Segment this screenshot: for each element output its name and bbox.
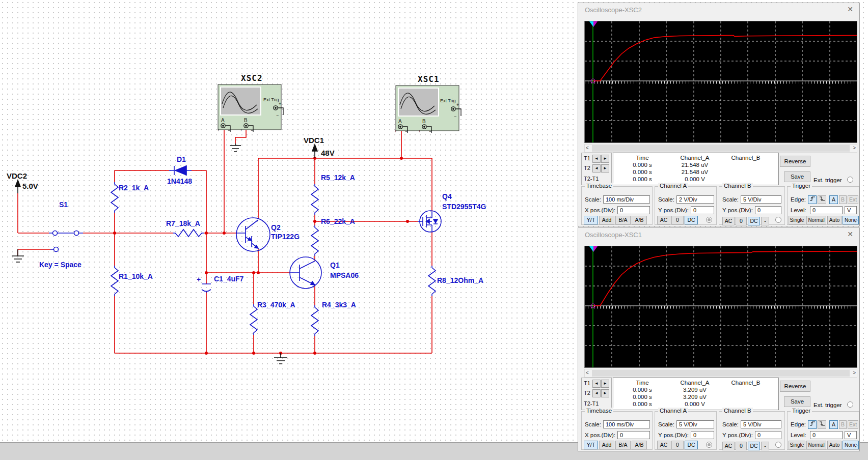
chb-radio[interactable] xyxy=(775,217,781,223)
ab-mode-button[interactable]: A/B xyxy=(632,216,647,224)
scroll-left-icon[interactable]: < xyxy=(586,145,589,151)
chb-0-button[interactable]: 0 xyxy=(736,442,747,450)
ground-xsc2[interactable] xyxy=(230,143,241,152)
rising-edge-button[interactable] xyxy=(808,420,817,429)
trigger-b-button[interactable]: B xyxy=(839,195,847,204)
cursor-t1-handle xyxy=(589,21,593,27)
resize-grip[interactable]: ⋰ xyxy=(853,444,858,450)
ext-trigger-radio[interactable] xyxy=(847,177,853,183)
scroll-left-icon[interactable]: < xyxy=(586,370,589,376)
vdc1-source[interactable] xyxy=(312,145,317,158)
scope-hscrollbar[interactable]: < > xyxy=(584,144,857,153)
instrument-xsc1[interactable]: XSC1 Ext Trig A B + − + − + − xyxy=(394,74,461,134)
trigger-a-button[interactable]: A xyxy=(829,195,838,204)
timebase-scale-input[interactable]: 100 ms/Div xyxy=(603,195,650,204)
wires xyxy=(18,128,432,353)
ba-mode-button[interactable]: B/A xyxy=(615,216,631,224)
chb-minus-button[interactable]: - xyxy=(761,442,769,450)
chb-radio[interactable] xyxy=(775,442,781,448)
trigger-ext-button[interactable]: Ext xyxy=(848,420,858,429)
scroll-thumb[interactable] xyxy=(592,370,850,377)
trigger-ext-button[interactable]: Ext xyxy=(848,195,858,204)
scroll-right-icon[interactable]: > xyxy=(853,145,856,151)
trigger-level-input[interactable]: 0 xyxy=(810,206,843,214)
cha-0-button[interactable]: 0 xyxy=(671,216,684,224)
channel-b-scale-input[interactable]: 5 V/Div xyxy=(741,195,781,204)
timebase-scale-input[interactable]: 100 ms/Div xyxy=(603,420,650,428)
channel-a-scale-input[interactable]: 5 V/Div xyxy=(676,420,714,428)
scope-hscrollbar[interactable]: < > xyxy=(584,369,857,378)
trigger-b-button[interactable]: B xyxy=(839,420,847,429)
chb-minus-button[interactable]: - xyxy=(761,217,769,225)
cha-ac-button[interactable]: AC xyxy=(657,216,670,224)
trigger-unit-select[interactable]: V xyxy=(845,431,857,439)
t1-left-button[interactable]: ◄ xyxy=(592,380,601,388)
cha-dc-button[interactable]: DC xyxy=(685,441,698,449)
normal-button[interactable]: Normal xyxy=(806,441,826,449)
single-button[interactable]: Single xyxy=(789,441,805,449)
single-button[interactable]: Single xyxy=(789,216,805,224)
save-button[interactable]: Save xyxy=(784,396,810,407)
auto-button[interactable]: Auto xyxy=(827,441,842,449)
t1-right-button[interactable]: ► xyxy=(601,380,609,388)
t2-left-button[interactable]: ◄ xyxy=(592,389,601,397)
normal-button[interactable]: Normal xyxy=(806,216,826,224)
reverse-button[interactable]: Reverse xyxy=(780,381,810,392)
ground-main[interactable] xyxy=(274,353,287,364)
ground-left[interactable] xyxy=(12,249,24,262)
t2-right-button[interactable]: ► xyxy=(601,389,609,397)
yt-mode-button[interactable]: Y/T xyxy=(584,216,598,224)
ab-mode-button[interactable]: A/B xyxy=(632,441,647,449)
auto-button[interactable]: Auto xyxy=(827,216,842,224)
titlebar[interactable]: Oscilloscope-XSC1 ✕ xyxy=(578,228,859,241)
ext-trig-label: Ext Trig xyxy=(263,97,279,102)
chb-dc-button[interactable]: DC xyxy=(748,442,760,450)
chb-dc-button[interactable]: DC xyxy=(748,217,760,225)
vdc2-source[interactable] xyxy=(15,180,20,193)
falling-edge-button[interactable] xyxy=(818,420,826,429)
trigger-a-button[interactable]: A xyxy=(829,420,838,429)
trigger-unit-select[interactable]: V xyxy=(845,206,857,214)
cha-radio[interactable] xyxy=(706,217,712,223)
yt-mode-button[interactable]: Y/T xyxy=(584,441,598,449)
scroll-right-icon[interactable]: > xyxy=(853,370,856,376)
timebase-xpos-input[interactable]: 0 xyxy=(617,431,650,439)
titlebar[interactable]: Oscilloscope-XSC2 ✕ xyxy=(578,3,859,16)
scroll-thumb[interactable] xyxy=(592,145,850,152)
channel-a-scale-input[interactable]: 2 V/Div xyxy=(676,195,714,204)
cha-0-button[interactable]: 0 xyxy=(671,441,684,449)
save-button[interactable]: Save xyxy=(784,171,810,182)
channel-b-ypos-input[interactable]: 0 xyxy=(755,206,781,214)
timebase-xpos-input[interactable]: 0 xyxy=(617,206,650,214)
channel-a-ypos-input[interactable]: 0 xyxy=(691,206,714,214)
chb-ac-button[interactable]: AC xyxy=(722,442,735,450)
resize-grip[interactable]: ⋰ xyxy=(853,219,858,225)
falling-edge-button[interactable] xyxy=(818,195,826,204)
instrument-xsc2[interactable]: XSC2 Ext Trig A B + − + − + − xyxy=(217,73,283,133)
cha-dc-button[interactable]: DC xyxy=(685,216,698,224)
chb-0-button[interactable]: 0 xyxy=(736,217,747,225)
t2-right-button[interactable]: ► xyxy=(601,164,609,172)
trigger-level-input[interactable]: 0 xyxy=(810,431,843,439)
close-icon[interactable]: ✕ xyxy=(847,5,853,13)
ba-mode-button[interactable]: B/A xyxy=(615,441,631,449)
plus-mark: + xyxy=(279,101,281,106)
cha-radio[interactable] xyxy=(706,442,712,448)
t1-left-button[interactable]: ◄ xyxy=(592,155,601,163)
add-mode-button[interactable]: Add xyxy=(599,216,614,224)
t1-label: T1 xyxy=(584,380,590,386)
resistor-r4 xyxy=(311,305,318,336)
t2-left-button[interactable]: ◄ xyxy=(592,164,601,172)
channel-a-ypos-input[interactable]: 0 xyxy=(691,431,714,439)
rising-edge-button[interactable] xyxy=(808,195,817,204)
components[interactable]: + xyxy=(49,166,441,336)
channel-b-scale-input[interactable]: 5 V/Div xyxy=(741,420,781,428)
add-mode-button[interactable]: Add xyxy=(599,441,614,449)
reverse-button[interactable]: Reverse xyxy=(780,156,810,167)
chb-ac-button[interactable]: AC xyxy=(722,217,735,225)
close-icon[interactable]: ✕ xyxy=(847,230,853,238)
cha-ac-button[interactable]: AC xyxy=(657,441,670,449)
t1-right-button[interactable]: ► xyxy=(601,155,609,163)
ext-trigger-radio[interactable] xyxy=(847,401,853,408)
channel-b-ypos-input[interactable]: 0 xyxy=(755,431,781,439)
